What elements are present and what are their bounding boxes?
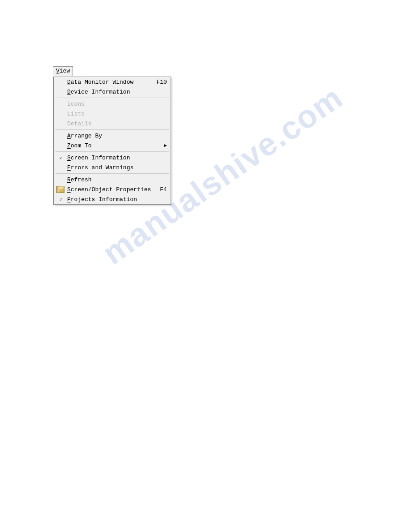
menu-item-label: Errors and Warnings <box>67 164 167 171</box>
separator <box>56 129 169 130</box>
check-icon: ✓ <box>57 196 64 203</box>
menu-item-label: Screen/Object Properties <box>67 186 151 193</box>
view-dropdown: Data Monitor Window F10 Device Informati… <box>53 77 171 205</box>
menu-item-label: Zoom To <box>67 142 167 149</box>
menu-item-label: Refresh <box>67 176 167 183</box>
menu-item-arrange-by[interactable]: Arrange By <box>54 131 171 141</box>
menu-item-device-information[interactable]: Device Information <box>54 87 171 97</box>
menu-item-screen-information[interactable]: ✓ Screen Information <box>54 153 171 163</box>
menu-item-label: Screen Information <box>67 154 167 161</box>
check-icon: ✓ <box>57 154 64 161</box>
menu-item-label: Arrange By <box>67 133 167 139</box>
menu-item-details: Details <box>54 119 171 129</box>
menu-item-icons: Icons <box>54 99 171 109</box>
menu-item-shortcut: F4 <box>160 186 167 193</box>
menu-item-screen-object-properties[interactable]: Screen/Object Properties F4 <box>54 184 171 194</box>
view-menu[interactable]: View Data Monitor Window F10 Device Info… <box>53 66 73 76</box>
menu-item-label: Device Information <box>67 89 167 95</box>
menu-item-shortcut: F10 <box>156 79 167 86</box>
menu-item-data-monitor-window[interactable]: Data Monitor Window F10 <box>54 77 171 87</box>
separator <box>56 173 169 174</box>
checkmark: ✓ <box>60 197 63 202</box>
separator <box>56 151 169 152</box>
properties-icon-box <box>56 186 64 193</box>
menu-item-label: Icons <box>67 101 167 107</box>
menu-item-label: Lists <box>67 111 167 117</box>
menu-item-lists: Lists <box>54 109 171 119</box>
menu-item-label: Data Monitor Window <box>67 79 147 86</box>
separator <box>56 98 169 98</box>
menu-item-zoom-to[interactable]: Zoom To ► <box>54 141 171 150</box>
menu-container: View Data Monitor Window F10 Device Info… <box>53 66 73 76</box>
menu-item-label: Projects Information <box>67 196 167 203</box>
menu-item-projects-information[interactable]: ✓ Projects Information <box>54 194 171 204</box>
menu-item-errors-and-warnings[interactable]: Errors and Warnings <box>54 163 171 172</box>
view-menu-label: View <box>56 68 70 74</box>
checkmark: ✓ <box>60 155 63 161</box>
submenu-arrow-icon: ► <box>164 143 167 148</box>
menu-item-refresh[interactable]: Refresh <box>54 175 171 184</box>
menu-item-label: Details <box>67 120 167 127</box>
properties-icon <box>56 185 65 193</box>
